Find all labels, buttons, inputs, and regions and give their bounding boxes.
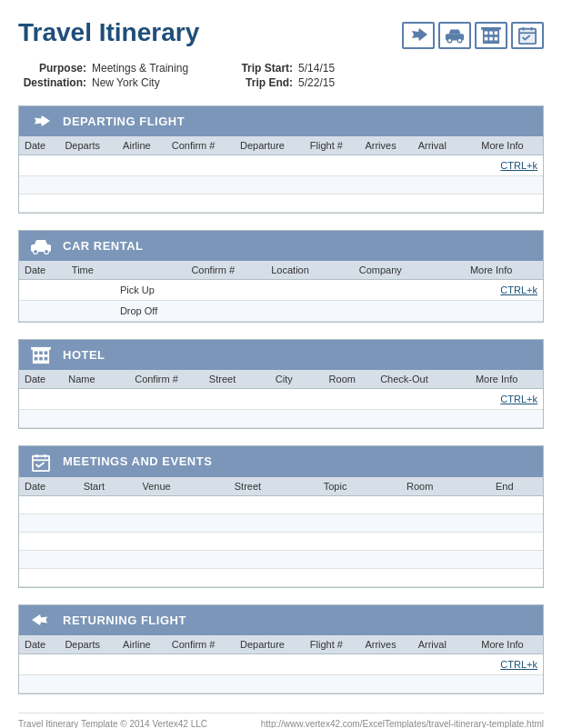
- col-airline: Airline: [117, 136, 166, 155]
- col-name: Name: [63, 370, 115, 389]
- svg-point-17: [45, 250, 49, 254]
- departing-flight-section: DEPARTING FLIGHT Date Departs Airline Co…: [18, 105, 544, 214]
- table-row: CTRL+k: [19, 389, 543, 410]
- hotel-section: HOTEL Date Name Confirm # Street City Ro…: [18, 339, 544, 429]
- trip-start-label: Trip Start:: [225, 62, 293, 75]
- car-ctrl-link[interactable]: CTRL+k: [500, 284, 537, 295]
- table-row: [19, 410, 543, 428]
- svg-rect-3: [483, 29, 499, 44]
- table-row: [19, 194, 543, 213]
- col-spacer4: [448, 261, 465, 280]
- car-icon: [438, 22, 471, 49]
- table-row: [19, 495, 543, 514]
- table-row: [19, 532, 543, 550]
- col-spacer1: [115, 261, 186, 280]
- meetings-table: Date Start Venue Street Topic Room End: [19, 477, 543, 587]
- svg-rect-4: [485, 31, 488, 35]
- table-row: CTRL+k: [19, 653, 543, 674]
- svg-rect-20: [39, 352, 43, 355]
- svg-rect-25: [31, 347, 51, 350]
- returning-ctrl-link[interactable]: CTRL+k: [500, 659, 537, 670]
- col-room: Room: [401, 477, 470, 496]
- col-departs: Departs: [59, 635, 117, 654]
- col-arrival: Arrival: [413, 635, 462, 654]
- svg-rect-10: [481, 27, 501, 30]
- col-confirm: Confirm #: [129, 370, 204, 389]
- col-arrival: Arrival: [413, 136, 462, 155]
- col-arrives: Arrives: [359, 136, 412, 155]
- svg-rect-22: [35, 357, 38, 361]
- svg-rect-26: [33, 455, 49, 470]
- col-spacer1: [115, 370, 129, 389]
- hotel-header: HOTEL: [19, 340, 543, 370]
- car-rental-section: CAR RENTAL Date Time Confirm # Location …: [18, 230, 544, 323]
- col-spacer2: [298, 477, 318, 496]
- meetings-title: MEETINGS AND EVENTS: [63, 454, 212, 468]
- col-spacer: [462, 635, 476, 654]
- col-departure: Departure: [235, 635, 305, 654]
- footer-url: http://www.vertex42.com/ExcelTemplates/t…: [261, 719, 544, 729]
- departing-flight-title: DEPARTING FLIGHT: [63, 115, 185, 128]
- col-city: City: [270, 370, 308, 389]
- col-flight: Flight #: [305, 136, 360, 155]
- table-row: [19, 674, 543, 693]
- svg-rect-24: [45, 357, 48, 361]
- table-row: [19, 568, 543, 586]
- returning-flight-section: RETURNING FLIGHT Date Departs Airline Co…: [18, 604, 544, 694]
- col-more-info: More Info: [470, 370, 543, 389]
- col-venue: Venue: [136, 477, 208, 496]
- purpose-value: Meetings & Training: [92, 62, 188, 75]
- svg-rect-18: [33, 349, 49, 364]
- header-icons: [402, 22, 544, 49]
- purpose-label: Purpose:: [18, 62, 86, 75]
- trip-end-value: 5/22/15: [298, 76, 335, 89]
- calendar-icon: [511, 22, 544, 49]
- returning-flight-header: RETURNING FLIGHT: [19, 605, 543, 635]
- col-company: Company: [354, 261, 433, 280]
- meetings-section: MEETINGS AND EVENTS Date Start Venue Str…: [18, 445, 544, 587]
- col-arrives: Arrives: [359, 635, 412, 654]
- plane-icon: [402, 22, 435, 49]
- col-date: Date: [19, 136, 59, 155]
- returning-flight-table: Date Departs Airline Confirm # Departure…: [19, 635, 543, 693]
- svg-rect-21: [45, 352, 48, 355]
- col-spacer2: [255, 370, 269, 389]
- table-row: Pick Up CTRL+k: [19, 280, 543, 301]
- hotel-ctrl-link[interactable]: CTRL+k: [500, 394, 537, 404]
- hotel-icon: [475, 22, 507, 49]
- col-date: Date: [19, 370, 63, 389]
- table-row: [19, 176, 543, 194]
- col-more-info: More Info: [476, 635, 543, 654]
- col-spacer: [462, 136, 476, 155]
- col-date: Date: [19, 635, 59, 654]
- col-airline: Airline: [117, 635, 166, 654]
- svg-rect-11: [519, 29, 536, 44]
- col-spacer3: [308, 370, 323, 389]
- returning-plane-icon: [28, 611, 54, 630]
- col-spacer4: [470, 477, 490, 496]
- trip-info: Purpose: Meetings & Training Destination…: [18, 62, 544, 89]
- departing-plane-icon: [28, 112, 54, 131]
- col-date: Date: [19, 261, 66, 280]
- trip-info-left: Purpose: Meetings & Training Destination…: [18, 62, 188, 89]
- svg-rect-7: [485, 37, 488, 41]
- col-start: Start: [78, 477, 137, 496]
- car-rental-header: CAR RENTAL: [19, 231, 543, 261]
- col-confirm: Confirm #: [166, 635, 235, 654]
- svg-rect-6: [495, 31, 498, 35]
- departing-ctrl-link[interactable]: CTRL+k: [500, 160, 537, 171]
- table-row: CTRL+k: [19, 155, 543, 176]
- svg-point-2: [457, 38, 462, 43]
- col-departs: Departs: [59, 136, 117, 155]
- svg-rect-19: [35, 352, 38, 355]
- footer: Travel Itinerary Template © 2014 Vertex4…: [18, 713, 544, 729]
- trip-end-label: Trip End:: [225, 76, 293, 89]
- pickup-label: Pick Up: [120, 284, 155, 295]
- col-date: Date: [19, 477, 78, 496]
- car-rental-table: Date Time Confirm # Location Company Mor…: [19, 261, 543, 322]
- svg-point-16: [34, 250, 38, 254]
- destination-value: New York City: [92, 76, 160, 89]
- col-checkout: Check-Out: [375, 370, 455, 389]
- table-row: Drop Off: [19, 301, 543, 322]
- page-header: Travel Itinerary: [18, 18, 544, 49]
